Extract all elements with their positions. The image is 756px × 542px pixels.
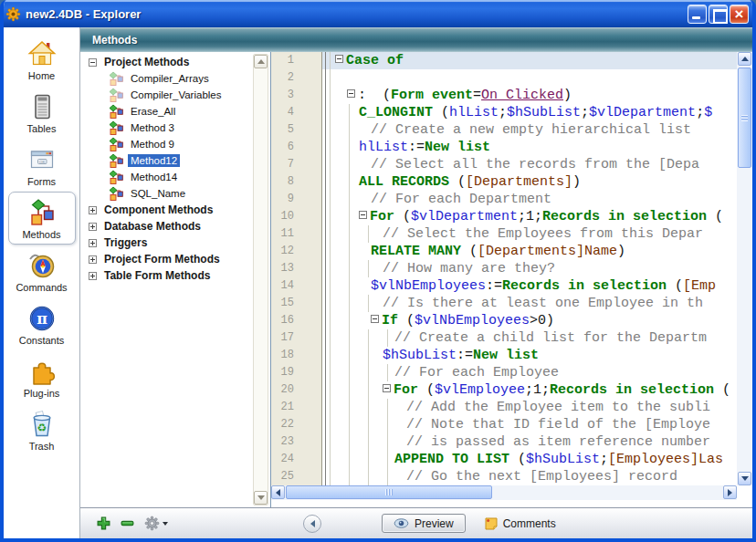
maximize-button[interactable]	[709, 5, 728, 24]
gear-icon	[144, 516, 160, 531]
tree-group-label: Table Form Methods	[101, 268, 213, 283]
collapse-toggle-icon[interactable]	[383, 384, 391, 392]
tree-group-row[interactable]: Triggers	[80, 235, 252, 251]
tree-method-row[interactable]: Compiler_Variables	[80, 87, 252, 103]
line-number: 9	[271, 191, 322, 208]
forms-icon: OK	[26, 144, 58, 175]
collapse-node-icon[interactable]	[89, 58, 97, 67]
code-line: 16If ($vlNbEmployees>0)	[271, 312, 737, 329]
tree-method-label: Method 3	[128, 121, 177, 134]
line-number: 2	[271, 69, 322, 87]
home-icon	[26, 38, 58, 69]
scrollbar-corner	[737, 485, 752, 500]
methods-tree[interactable]: Project Methods Compiler_Arrays Compiler…	[80, 54, 252, 507]
method-icon	[109, 170, 123, 184]
tree-method-row[interactable]: SQL_Name	[80, 185, 252, 202]
scroll-up-icon[interactable]	[738, 52, 751, 66]
code-line: 2	[271, 69, 737, 87]
panel-title: Methods	[92, 34, 137, 47]
collapse-toggle-icon[interactable]	[359, 211, 367, 219]
tree-method-row[interactable]: Method12	[80, 152, 252, 169]
code-line: 25// Go the next [Employees] record	[271, 468, 737, 485]
vertical-scroll-thumb[interactable]	[738, 68, 751, 168]
code-line: 17// Create a child list for the Departm	[271, 329, 737, 347]
dropdown-arrow-icon	[163, 522, 168, 526]
tree-group-row[interactable]: Component Methods	[80, 202, 252, 218]
line-number: 17	[271, 329, 322, 347]
collapse-toggle-icon[interactable]	[347, 89, 355, 98]
tree-method-row[interactable]: Compiler_Arrays	[80, 70, 252, 87]
tree-scrollbar[interactable]	[253, 54, 268, 506]
tree-group-row[interactable]: Project Form Methods	[80, 251, 252, 267]
tree-method-label: Method14	[128, 171, 180, 183]
line-number: 4	[271, 104, 322, 121]
expand-node-icon[interactable]	[89, 206, 97, 214]
tree-method-row[interactable]: Method 3	[80, 120, 252, 136]
sidebar-item-trash[interactable]: ♻ Trash	[8, 403, 76, 456]
horizontal-scroll-thumb[interactable]	[286, 485, 492, 499]
svg-text:♻: ♻	[37, 422, 47, 434]
sidebar-item-forms[interactable]: OK Forms	[8, 139, 76, 192]
sidebar-item-home[interactable]: Home	[8, 33, 76, 86]
commands-icon	[26, 250, 58, 281]
tree-group-row[interactable]: Database Methods	[80, 218, 252, 235]
line-number: 18	[271, 347, 322, 364]
collapse-toggle-icon[interactable]	[371, 315, 379, 323]
sidebar-item-tables[interactable]: Tables	[8, 86, 76, 139]
sidebar-item-commands[interactable]: Commands	[8, 245, 76, 297]
code-line: 11// Select the Employees from this Depa…	[271, 225, 737, 243]
sidebar-item-constants[interactable]: π Constants	[8, 297, 76, 350]
scroll-left-icon[interactable]	[271, 485, 285, 499]
delete-method-button[interactable]	[119, 516, 135, 532]
sidebar-item-methods[interactable]: Methods	[8, 192, 76, 245]
tree-method-label: Method 9	[128, 138, 177, 151]
tree-panel: Project Methods Compiler_Arrays Compiler…	[80, 52, 270, 507]
horizontal-scrollbar[interactable]	[271, 485, 737, 500]
tree-method-label: Method12	[128, 154, 180, 167]
collapse-toggle-icon[interactable]	[335, 55, 343, 63]
scroll-down-icon[interactable]	[738, 472, 751, 485]
tree-method-row[interactable]: Method14	[80, 169, 252, 185]
sidebar-item-label: Constants	[19, 335, 65, 346]
expand-node-icon[interactable]	[89, 255, 97, 264]
options-menu-button[interactable]	[144, 516, 168, 531]
tree-scroll-up-icon[interactable]	[254, 55, 268, 68]
tree-scroll-down-icon[interactable]	[254, 491, 268, 505]
scroll-right-icon[interactable]	[723, 485, 737, 499]
sidebar-item-plugins[interactable]: Plug-ins	[8, 350, 76, 403]
collapse-panel-button[interactable]	[303, 515, 321, 533]
code-line: 18$hSubList:=New list	[271, 347, 737, 364]
window-title: new2.4DB - Explorer	[26, 7, 688, 21]
expand-node-icon[interactable]	[89, 272, 97, 280]
tables-icon	[26, 91, 58, 122]
method-icon	[109, 88, 123, 102]
sidebar-item-label: Forms	[27, 176, 56, 187]
bottom-toolbar: Preview Comments	[80, 507, 752, 538]
expand-node-icon[interactable]	[89, 223, 97, 231]
method-icon	[109, 153, 123, 168]
line-number: 12	[271, 243, 322, 260]
close-button[interactable]	[730, 5, 749, 24]
expand-node-icon[interactable]	[89, 239, 97, 247]
tree-group-row[interactable]: Table Form Methods	[80, 267, 252, 284]
tree-group-label: Database Methods	[101, 219, 204, 234]
line-number: 19	[271, 364, 322, 381]
tree-method-row[interactable]: Method 9	[80, 136, 252, 152]
tree-method-row[interactable]: Erase_All	[80, 103, 252, 120]
line-number: 23	[271, 433, 322, 451]
preview-button[interactable]: Preview	[382, 514, 466, 533]
add-method-button[interactable]	[95, 516, 111, 532]
minimize-button[interactable]	[688, 5, 707, 24]
tree-group-row[interactable]: Project Methods	[80, 54, 252, 70]
code-preview[interactable]: 1Case of23: (Form event=On Clicked)4C_LO…	[271, 52, 737, 485]
line-number: 25	[271, 468, 322, 485]
tree-method-label: Erase_All	[128, 105, 178, 118]
comments-button[interactable]: Comments	[478, 516, 562, 532]
title-bar[interactable]: new2.4DB - Explorer	[0, 0, 756, 27]
vertical-scrollbar[interactable]	[737, 52, 752, 485]
code-line: 10For ($vlDepartment;1;Records in select…	[271, 208, 737, 225]
code-line: 20For ($vlEmployee;1;Records in selectio…	[271, 381, 737, 399]
code-line: 8ALL RECORDS ([Departments])	[271, 173, 737, 191]
method-icon	[109, 137, 123, 151]
panel-header: Methods	[80, 27, 752, 52]
